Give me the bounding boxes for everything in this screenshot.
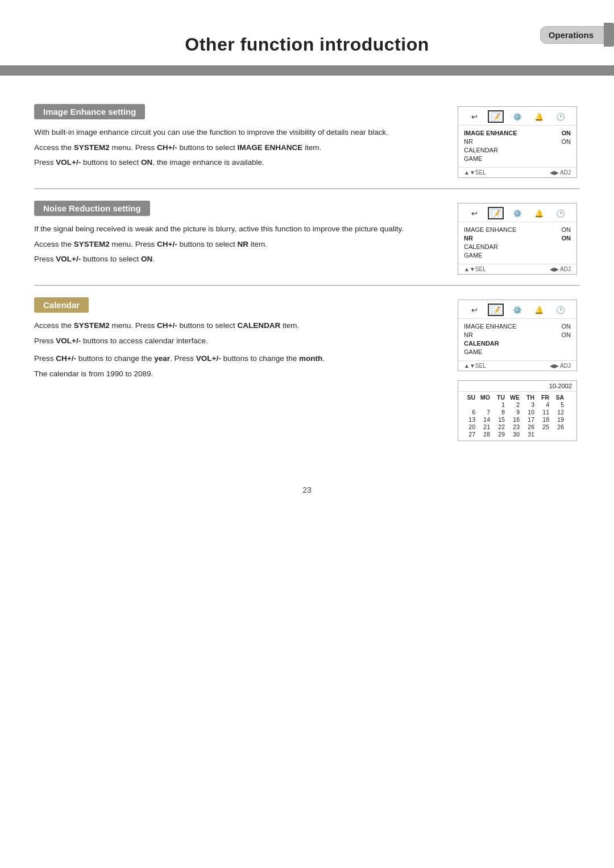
menu-row-nr-2: NR ON <box>464 234 571 242</box>
cal-row-2: 6 7 8 9 10 11 12 <box>463 409 572 416</box>
menu-icon-bell-3: 🔔 <box>531 304 547 316</box>
menu-icon-back-2: ↩ <box>466 207 482 219</box>
image-enhance-right: ↩ 📝 ⚙️ 🔔 🕐 IMAGE ENHANCE ON NR ON <box>455 104 580 178</box>
menu-icon-list-3: 📝 <box>488 304 504 316</box>
noise-reduction-para1: If the signal being received is weak and… <box>34 223 438 235</box>
menu-icon-gear-3: ⚙️ <box>509 304 525 316</box>
noise-reduction-menu: ↩ 📝 ⚙️ 🔔 🕐 IMAGE ENHANCE ON NR ON <box>458 203 577 275</box>
menu-label-image-enhance: IMAGE ENHANCE <box>464 130 517 136</box>
menu-row-game: GAME <box>464 154 571 163</box>
cal-hdr-sa: SA <box>551 394 564 401</box>
menu-row-game-3: GAME <box>464 347 571 356</box>
noise-reduction-left: Noise Reduction setting If the signal be… <box>34 201 438 275</box>
image-enhance-heading: Image Enhance setting <box>34 104 145 119</box>
title-bar <box>0 65 614 76</box>
footer: 23 <box>0 468 614 500</box>
calendar-para4: The calendar is from 1990 to 2089. <box>34 368 438 380</box>
menu-nav-left-2: ▲▼SEL <box>464 266 486 272</box>
menu-icon-back: ↩ <box>466 110 482 123</box>
cal-row-1: 1 2 3 4 5 <box>463 401 572 408</box>
cal-row-5: 27 28 29 30 31 <box>463 431 572 438</box>
menu-label-game-2: GAME <box>464 252 482 259</box>
menu-icon-back-3: ↩ <box>466 304 482 316</box>
menu-icons-2: ↩ 📝 ⚙️ 🔔 🕐 <box>458 203 576 222</box>
cal-hdr-mo: MO <box>478 394 490 401</box>
operations-label: Operations <box>540 26 604 44</box>
noise-reduction-right: ↩ 📝 ⚙️ 🔔 🕐 IMAGE ENHANCE ON NR ON <box>455 201 580 275</box>
menu-icon-bell: 🔔 <box>531 110 547 123</box>
calendar-menu: ↩ 📝 ⚙️ 🔔 🕐 IMAGE ENHANCE ON NR ON <box>458 300 577 371</box>
calendar-para2: Press VOL+/- buttons to access calendar … <box>34 335 438 347</box>
menu-row-game-2: GAME <box>464 251 571 259</box>
menu-icon-clock: 🕐 <box>553 110 569 123</box>
menu-icon-gear-2: ⚙️ <box>509 207 525 219</box>
menu-icon-gear: ⚙️ <box>509 110 525 123</box>
calendar-header-row: SU MO TU WE TH FR SA <box>463 394 572 401</box>
content-area: Image Enhance setting With built-in imag… <box>0 76 614 468</box>
calendar-section: Calendar Access the SYSTEM2 menu. Press … <box>34 297 580 451</box>
noise-reduction-para2: Access the SYSTEM2 menu. Press CH+/- but… <box>34 238 438 251</box>
menu-icons-3: ↩ 📝 ⚙️ 🔔 🕐 <box>458 300 576 319</box>
calendar-para1: Access the SYSTEM2 menu. Press CH+/- but… <box>34 319 438 332</box>
menu-row-calendar: CALENDAR <box>464 146 571 154</box>
operations-tab: Operations <box>540 23 614 47</box>
menu-nav-1: ▲▼SEL ◀▶ ADJ <box>458 167 576 177</box>
menu-row-image-enhance: IMAGE ENHANCE ON <box>464 128 571 137</box>
cal-hdr-tu: TU <box>492 394 505 401</box>
calendar-display: 10-2002 SU MO TU WE TH FR SA <box>458 380 577 441</box>
calendar-grid: SU MO TU WE TH FR SA 1 2 3 <box>458 392 576 441</box>
menu-label-calendar-2: CALENDAR <box>464 243 498 250</box>
cal-row-3: 13 14 15 16 17 18 19 <box>463 416 572 423</box>
menu-nav-2: ▲▼SEL ◀▶ ADJ <box>458 264 576 274</box>
menu-icon-clock-2: 🕐 <box>553 207 569 219</box>
menu-value-image-enhance: ON <box>562 130 571 136</box>
calendar-heading: Calendar <box>34 297 89 313</box>
menu-value-image-enhance-3: ON <box>562 323 571 330</box>
menu-label-calendar-3: CALENDAR <box>464 340 499 347</box>
menu-icon-list: 📝 <box>488 110 504 123</box>
menu-label-game: GAME <box>464 155 482 162</box>
menu-body-3: IMAGE ENHANCE ON NR ON CALENDAR GAME <box>458 319 576 358</box>
menu-nav-right-3: ◀▶ ADJ <box>550 363 571 369</box>
calendar-para3: Press CH+/- buttons to change the year. … <box>34 352 438 365</box>
image-enhance-section: Image Enhance setting With built-in imag… <box>34 104 580 189</box>
menu-row-nr-3: NR ON <box>464 330 571 339</box>
noise-reduction-heading: Noise Reduction setting <box>34 201 150 216</box>
menu-label-nr: NR <box>464 138 473 145</box>
menu-icons-1: ↩ 📝 ⚙️ 🔔 🕐 <box>458 107 576 126</box>
image-enhance-para2: Access the SYSTEM2 menu. Press CH+/- but… <box>34 142 438 154</box>
menu-nav-right-1: ◀▶ ADJ <box>550 169 571 176</box>
menu-icon-clock-3: 🕐 <box>553 304 569 316</box>
menu-label-game-3: GAME <box>464 348 482 355</box>
menu-nav-left-3: ▲▼SEL <box>464 363 486 369</box>
image-enhance-left: Image Enhance setting With built-in imag… <box>34 104 438 178</box>
menu-value-nr: ON <box>562 138 571 145</box>
menu-label-image-enhance-2: IMAGE ENHANCE <box>464 226 516 233</box>
calendar-month-year: 10-2002 <box>458 381 576 392</box>
menu-body-2: IMAGE ENHANCE ON NR ON CALENDAR GAME <box>458 222 576 261</box>
menu-row-calendar-2: CALENDAR <box>464 242 571 251</box>
noise-reduction-para3: Press VOL+/- buttons to select ON. <box>34 253 438 265</box>
image-enhance-para1: With built-in image enhance circuit you … <box>34 126 438 139</box>
menu-label-nr-2: NR <box>464 235 473 242</box>
menu-nav-3: ▲▼SEL ◀▶ ADJ <box>458 360 576 371</box>
noise-reduction-section: Noise Reduction setting If the signal be… <box>34 201 580 285</box>
cal-hdr-fr: FR <box>537 394 549 401</box>
operations-bar <box>604 23 614 47</box>
menu-icon-list-2: 📝 <box>488 207 504 219</box>
page-title: Other function introduction <box>0 0 614 55</box>
cal-row-4: 20 21 22 23 26 25 26 <box>463 423 572 430</box>
menu-row-calendar-3: CALENDAR <box>464 339 571 347</box>
menu-row-image-enhance-2: IMAGE ENHANCE ON <box>464 225 571 234</box>
menu-row-image-enhance-3: IMAGE ENHANCE ON <box>464 322 571 330</box>
menu-icon-bell-2: 🔔 <box>531 207 547 219</box>
menu-label-nr-3: NR <box>464 331 473 338</box>
menu-value-image-enhance-2: ON <box>562 226 571 233</box>
menu-row-nr: NR ON <box>464 137 571 146</box>
menu-value-nr-3: ON <box>562 331 571 338</box>
image-enhance-para3: Press VOL+/- buttons to select ON, the i… <box>34 156 438 169</box>
cal-hdr-su: SU <box>463 394 475 401</box>
menu-value-nr-2: ON <box>562 235 571 242</box>
menu-label-calendar: CALENDAR <box>464 147 498 153</box>
calendar-left: Calendar Access the SYSTEM2 menu. Press … <box>34 297 438 441</box>
